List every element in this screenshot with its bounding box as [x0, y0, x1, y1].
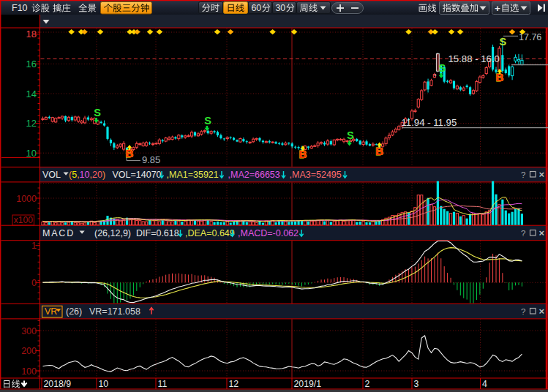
svg-text:,MA1=35921: ,MA1=35921 [167, 170, 219, 180]
svg-text:,MACD=-0.062: ,MACD=-0.062 [238, 228, 299, 238]
svg-text:2018/9: 2018/9 [44, 379, 72, 389]
svg-text:,MA3=52495: ,MA3=52495 [290, 170, 342, 180]
svg-text:15.88 - 16.0: 15.88 - 16.0 [448, 53, 500, 64]
svg-text:12: 12 [26, 118, 37, 129]
svg-text:3: 3 [414, 379, 419, 389]
svg-text:(5,10,20): (5,10,20) [69, 170, 105, 180]
svg-text:×: × [539, 227, 545, 238]
svg-text:2: 2 [365, 379, 370, 389]
svg-text:VOL: VOL [42, 170, 61, 180]
svg-text:B: B [496, 71, 504, 83]
svg-text:11: 11 [158, 379, 168, 389]
svg-text:DIF=0.618: DIF=0.618 [136, 228, 179, 238]
svg-text:1000: 1000 [16, 194, 37, 204]
svg-text:12: 12 [229, 379, 239, 389]
svg-text:?: ? [521, 229, 525, 238]
svg-text:10: 10 [26, 148, 37, 159]
svg-text:B: B [299, 148, 307, 160]
svg-text:100: 100 [21, 366, 37, 377]
svg-text:10: 10 [99, 379, 109, 389]
svg-text:17.76: 17.76 [519, 32, 541, 42]
svg-text:MACD: MACD [42, 228, 75, 238]
svg-text:60: 60 [252, 3, 262, 13]
svg-text:x100: x100 [14, 215, 33, 225]
svg-text:2019/1: 2019/1 [294, 379, 322, 389]
svg-text:4: 4 [482, 379, 487, 389]
svg-text:VR: VR [45, 306, 57, 317]
svg-text:×: × [539, 169, 545, 180]
svg-text:?: ? [521, 307, 525, 316]
svg-text:B: B [375, 145, 383, 157]
svg-text:B: B [126, 147, 134, 159]
svg-text:S: S [204, 115, 211, 127]
svg-text:+: + [495, 3, 500, 14]
svg-text:14: 14 [26, 88, 37, 99]
svg-text:S: S [500, 36, 507, 48]
svg-text:F10: F10 [12, 3, 28, 13]
svg-text:S: S [94, 107, 101, 118]
svg-text:11.94 - 11.95: 11.94 - 11.95 [402, 117, 457, 128]
svg-text:(26): (26) [66, 306, 82, 317]
svg-text:×: × [539, 306, 545, 317]
svg-text:?: ? [521, 170, 525, 179]
svg-text:VOL=14070: VOL=14070 [113, 170, 162, 180]
svg-text:18: 18 [26, 29, 37, 39]
svg-text:300: 300 [21, 326, 37, 336]
svg-text:(26,12,9): (26,12,9) [94, 228, 131, 238]
svg-text:S: S [347, 129, 354, 141]
svg-text:9.85: 9.85 [142, 154, 160, 165]
svg-text:30: 30 [276, 3, 286, 13]
svg-text:,DEA=0.649: ,DEA=0.649 [185, 228, 235, 238]
svg-text:16: 16 [26, 59, 37, 69]
svg-text:,MA2=66653: ,MA2=66653 [228, 170, 280, 180]
svg-text:S: S [438, 62, 446, 74]
svg-text:200: 200 [21, 346, 37, 356]
svg-text:VR=171.058: VR=171.058 [89, 306, 140, 317]
